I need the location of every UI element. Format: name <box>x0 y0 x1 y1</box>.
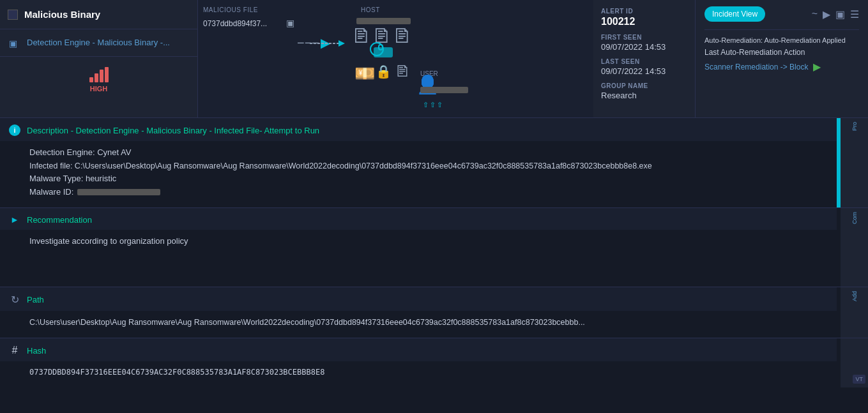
top-section: Malicious Binary ▣ Detection Engine - Ma… <box>0 0 868 118</box>
right-side-hash: VT <box>841 338 868 387</box>
incident-icons: ~ ▶ ▣ ☰ <box>812 8 859 20</box>
recommendation-section: ► Recommendation Investigate according t… <box>0 208 868 287</box>
infected-file-text: Infected file: C:\Users\user\Desktop\Aug… <box>29 160 807 172</box>
last-remediation-title: Last Auto-Remediation Action <box>704 48 859 57</box>
path-section: ↻ Path C:\Users\user\Desktop\Aug Ransomw… <box>0 287 868 338</box>
add-label[interactable]: Add <box>851 291 858 301</box>
document-icon: ▣ <box>9 38 20 49</box>
malware-type-text: Malware Type: heuristic <box>29 172 807 186</box>
vt-badge[interactable]: VT <box>853 375 865 384</box>
chain-lock-icon <box>367 40 399 59</box>
path-header: ↻ Path <box>0 287 837 311</box>
waveform-icon[interactable]: ~ <box>812 8 818 20</box>
recommendation-body: Investigate according to organization po… <box>0 230 837 287</box>
username-redacted <box>420 87 468 93</box>
severity-bar-4 <box>105 67 109 82</box>
list-icon[interactable]: ☰ <box>850 8 859 20</box>
hash-icon: # <box>9 345 20 356</box>
hash-text: 0737DDBD894F37316EEE04C6739AC32F0C888535… <box>29 366 807 379</box>
incident-view-button[interactable]: Incident View <box>704 6 765 22</box>
monitor-icon[interactable]: ▣ <box>835 8 845 20</box>
path-body: C:\Users\user\Desktop\Aug Ransomware\Aug… <box>0 311 837 338</box>
bottom-section: i Description - Detection Engine - Malic… <box>0 118 868 413</box>
engine-text: Detection Engine: Cynet AV <box>29 146 807 160</box>
alert-id-label: ALERT ID <box>601 8 687 15</box>
severity-label: HIGH <box>90 85 108 93</box>
com-label[interactable]: Com <box>851 212 858 224</box>
hash-header: # Hash <box>0 338 837 361</box>
alert-panel: ALERT ID 100212 FIRST SEEN 09/07/2022 14… <box>593 0 696 117</box>
sidebar: Malicious Binary ▣ Detection Engine - Ma… <box>0 0 198 117</box>
path-icon: ↻ <box>9 294 20 306</box>
sidebar-checkbox[interactable] <box>8 10 18 20</box>
right-side-rec: Com <box>841 208 868 287</box>
description-header: i Description - Detection Engine - Malic… <box>0 118 837 141</box>
severity-bar-3 <box>100 70 103 82</box>
sidebar-item-label: Detection Engine - Malicious Binary -... <box>27 37 170 49</box>
first-seen-value: 09/07/2022 14:53 <box>601 42 687 52</box>
network-connector-icon <box>310 31 348 56</box>
right-side-desc: Pro <box>841 118 868 207</box>
svg-marker-1 <box>339 40 345 47</box>
description-content-area: i Description - Detection Engine - Malic… <box>0 118 837 207</box>
malicious-file-label: MALICIOUS FILE <box>203 6 258 13</box>
scanner-remediation-link[interactable]: Scanner Remediation -> Block <box>704 63 808 71</box>
recommendation-header: ► Recommendation <box>0 208 837 230</box>
path-content-area: ↻ Path C:\Users\user\Desktop\Aug Ransomw… <box>0 287 837 338</box>
hash-section: # Hash 0737DDBD894F37316EEE04C6739AC32F0… <box>0 338 868 387</box>
last-seen-value: 09/07/2022 14:53 <box>601 66 687 76</box>
description-section: i Description - Detection Engine - Malic… <box>0 118 868 208</box>
first-seen-label: FIRST SEEN <box>601 34 687 41</box>
sidebar-title: Malicious Binary <box>24 9 100 20</box>
copy-icon[interactable]: ▣ <box>286 18 294 28</box>
severity-bar-1 <box>89 77 93 82</box>
up-arrows-indicator: ⇧⇧⇧ <box>423 101 444 109</box>
sidebar-nav-item[interactable]: ▣ Detection Engine - Malicious Binary -.… <box>0 29 197 57</box>
doc-icon-secondary: 🖹 <box>395 63 410 80</box>
last-seen-label: LAST SEEN <box>601 58 687 65</box>
pulse-icon[interactable]: ▶ <box>823 8 830 20</box>
incident-header: Incident View ~ ▶ ▣ ☰ <box>704 6 859 22</box>
recommendation-content-area: ► Recommendation Investigate according t… <box>0 208 837 287</box>
alert-id-value: 100212 <box>601 16 687 27</box>
hash-title: Hash <box>27 346 46 356</box>
recommendation-icon: ► <box>9 214 20 225</box>
visualization-area: MALICIOUS FILE 0737ddbd894f37... ▣ −−− ▶ <box>198 0 593 117</box>
path-text: C:\Users\user\Desktop\Aug Ransomware\Aug… <box>29 316 807 329</box>
host-name-redacted <box>356 18 411 24</box>
scanner-remediation-row: Scanner Remediation -> Block ▶ <box>704 61 859 73</box>
main-container: Malicious Binary ▣ Detection Engine - Ma… <box>0 0 868 413</box>
path-title: Path <box>27 295 44 304</box>
hash-content-area: # Hash 0737DDBD894F37316EEE04C6739AC32F0… <box>0 338 837 387</box>
pro-label[interactable]: Pro <box>851 122 858 131</box>
auto-remediation-label: Auto-Remediation: Auto-Remediation Appli… <box>704 36 859 44</box>
svg-rect-3 <box>374 47 393 57</box>
description-body: Detection Engine: Cynet AV Infected file… <box>0 141 837 207</box>
check-icon: ▶ <box>813 61 821 73</box>
money-bag-icon: 💴 <box>354 64 375 84</box>
group-name-value: Research <box>601 91 687 100</box>
description-title: Description - Detection Engine - Malicio… <box>27 126 319 135</box>
info-icon: i <box>9 124 20 136</box>
remediation-section: Auto-Remediation: Auto-Remediation Appli… <box>704 29 859 73</box>
recommendation-text: Investigate according to organization po… <box>29 235 807 248</box>
malware-id-text: Malware ID: <box>29 186 807 199</box>
severity-indicator: HIGH <box>0 57 197 103</box>
host-label: HOST <box>361 6 380 13</box>
severity-bars <box>89 67 109 82</box>
auto-remediation-value: Auto-Remediation Applied <box>765 36 846 44</box>
incident-panel: Incident View ~ ▶ ▣ ☰ Auto-Remediation: … <box>696 0 868 117</box>
lock-icon: 🔒 <box>376 64 392 79</box>
group-name-label: GROUP NAME <box>601 82 687 89</box>
recommendation-title: Recommendation <box>27 215 92 225</box>
file-hash-text: 0737ddbd894f37... <box>203 19 267 28</box>
hash-body: 0737DDBD894F37316EEE04C6739AC32F0C888535… <box>0 361 837 387</box>
sidebar-header: Malicious Binary <box>0 0 197 29</box>
viz-inner: MALICIOUS FILE 0737ddbd894f37... ▣ −−− ▶ <box>198 0 593 117</box>
severity-bar-2 <box>95 73 98 82</box>
right-side-path: Add <box>841 287 868 338</box>
